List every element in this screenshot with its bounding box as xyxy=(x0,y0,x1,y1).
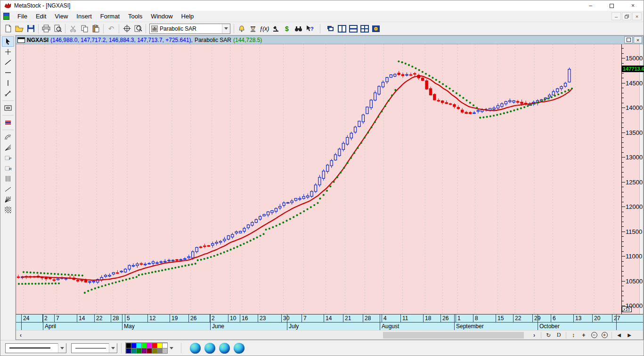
scroll-left-button[interactable]: ‹ xyxy=(16,331,25,339)
fibonacci-fan-icon xyxy=(4,144,12,151)
chart-close-button[interactable]: × xyxy=(634,36,642,43)
date-tick-label: 20 xyxy=(594,315,600,322)
paste-button[interactable] xyxy=(90,23,101,34)
menu-tools[interactable]: Tools xyxy=(124,11,147,21)
chart-plot-area[interactable] xyxy=(16,44,621,314)
tool-fibonacci-fan[interactable] xyxy=(2,142,14,153)
scrollbar-thumb[interactable] xyxy=(383,332,524,339)
tool-trendline-sl[interactable]: SL xyxy=(2,88,14,99)
tool-symbol-palette[interactable] xyxy=(2,103,14,113)
tool-fibonacci-arcs[interactable] xyxy=(2,132,14,142)
date-tick-label: 26 xyxy=(442,315,448,322)
palette-swatch[interactable] xyxy=(162,348,168,354)
options-button[interactable]: $ xyxy=(281,23,293,34)
indicator-builder-button[interactable]: ƒ(x) xyxy=(259,23,270,34)
line-style-combo[interactable] xyxy=(5,343,66,353)
close-button[interactable]: × xyxy=(622,0,644,11)
tile-grid-button[interactable] xyxy=(359,23,370,34)
line-style-sample xyxy=(9,348,50,348)
menu-format[interactable]: Format xyxy=(96,11,124,21)
maximize-icon xyxy=(627,38,631,42)
tool-speed-line[interactable] xyxy=(2,184,14,194)
chart-scroll-bar: ‹ › ↻ D ↕ + − + ◀ ▶ xyxy=(16,330,643,339)
edge-browser-icon[interactable] xyxy=(234,343,245,354)
menu-view[interactable]: View xyxy=(50,11,72,21)
tool-gann-grid[interactable] xyxy=(2,205,14,215)
maximize-button[interactable] xyxy=(601,0,622,11)
new-button[interactable] xyxy=(2,23,14,34)
chart-title-bar[interactable]: NGXASI (146,988.0, 147,717.2, 146,884.3,… xyxy=(16,36,643,44)
fit-all-button[interactable]: + xyxy=(579,331,589,339)
system-tester-button[interactable] xyxy=(270,23,281,34)
tool-fibonacci-retracement[interactable] xyxy=(2,117,14,128)
line-weight-combo[interactable] xyxy=(71,343,117,353)
menu-insert[interactable]: Insert xyxy=(72,11,96,21)
chart-indicator-value: (144,728.5) xyxy=(233,37,262,43)
menu-edit[interactable]: Edit xyxy=(32,11,50,21)
menu-window[interactable]: Window xyxy=(147,11,177,21)
tool-vertical-line[interactable] xyxy=(2,78,14,88)
chart-window-icon[interactable] xyxy=(17,37,25,43)
expert-advisor-icon xyxy=(249,25,257,33)
tool-crosshair[interactable] xyxy=(2,47,14,57)
tool-trendline[interactable] xyxy=(2,57,14,67)
tool-projection-p[interactable]: P xyxy=(2,153,14,163)
indicator-quicklist[interactable]: Parabolic SAR xyxy=(149,24,230,34)
print-button[interactable] xyxy=(41,23,52,34)
zoom-out-button[interactable]: − xyxy=(589,331,599,339)
edge-browser-icon[interactable] xyxy=(190,343,201,354)
undo-button[interactable]: ↶ xyxy=(106,23,117,34)
title-bar: MetaStock - [NGXASI] – × xyxy=(0,0,644,11)
print-preview-button[interactable] xyxy=(52,23,63,34)
zoom-in-button[interactable]: + xyxy=(599,331,610,339)
alert-button[interactable] xyxy=(236,23,247,34)
mdi-close-button[interactable]: × xyxy=(632,12,642,20)
menu-help[interactable]: Help xyxy=(177,11,198,21)
page-right-button[interactable]: ▶ xyxy=(624,331,635,339)
date-tick-label: 10 xyxy=(230,315,236,322)
save-button[interactable] xyxy=(25,23,36,34)
tool-horizontal-line[interactable] xyxy=(2,67,14,78)
zoom-find-button[interactable] xyxy=(132,23,144,34)
palette-dropdown-arrow[interactable] xyxy=(169,342,174,354)
periodicity-button[interactable]: D xyxy=(554,331,564,339)
chart-maximize-button[interactable] xyxy=(624,36,633,43)
tool-fibonacci-time-zones[interactable] xyxy=(2,174,14,184)
page-left-button[interactable]: ◀ xyxy=(614,331,624,339)
scroll-right-button[interactable]: › xyxy=(530,331,539,339)
tool-projection-r[interactable]: R xyxy=(2,163,14,174)
arrange-icons-button[interactable] xyxy=(370,23,382,34)
cut-button[interactable] xyxy=(67,23,79,34)
context-help-button[interactable]: ? xyxy=(304,23,315,34)
month-label: April xyxy=(45,323,56,330)
open-button[interactable] xyxy=(14,23,25,34)
mdi-restore-button[interactable] xyxy=(622,12,631,20)
locator-button[interactable] xyxy=(121,23,132,34)
color-palette[interactable] xyxy=(125,342,168,354)
explorer-button[interactable] xyxy=(293,23,304,34)
cascade-windows-button[interactable] xyxy=(325,23,336,34)
refresh-button[interactable]: ↻ xyxy=(543,331,554,339)
system-tester-icon xyxy=(272,25,279,33)
month-label: May xyxy=(124,323,135,330)
fit-vertical-button[interactable]: ↕ xyxy=(568,331,579,339)
expert-advisor-button[interactable] xyxy=(247,23,259,34)
mdi-minimize-button[interactable]: – xyxy=(611,12,621,20)
edge-browser-icon[interactable] xyxy=(204,343,215,354)
alert-bell-icon xyxy=(238,25,245,33)
menu-file[interactable]: File xyxy=(13,11,32,21)
combo-dropdown-arrow[interactable] xyxy=(222,24,230,33)
chart-document-icon[interactable] xyxy=(3,13,9,20)
edge-browser-icon[interactable] xyxy=(219,343,230,354)
y-axis-label: 11500 xyxy=(626,228,642,235)
chart-symbol: NGXASI xyxy=(27,37,49,43)
tile-vertical-button[interactable] xyxy=(336,23,348,34)
line-style-dropdown-arrow[interactable] xyxy=(58,343,66,353)
line-weight-dropdown-arrow[interactable] xyxy=(109,343,117,353)
tool-pointer[interactable] xyxy=(2,36,14,47)
tile-horizontal-button[interactable] xyxy=(348,23,359,34)
copy-button[interactable] xyxy=(79,23,90,34)
minimize-button[interactable]: – xyxy=(580,0,601,11)
tool-gann-fan[interactable] xyxy=(2,194,14,205)
scrollbar-track[interactable] xyxy=(26,331,529,339)
